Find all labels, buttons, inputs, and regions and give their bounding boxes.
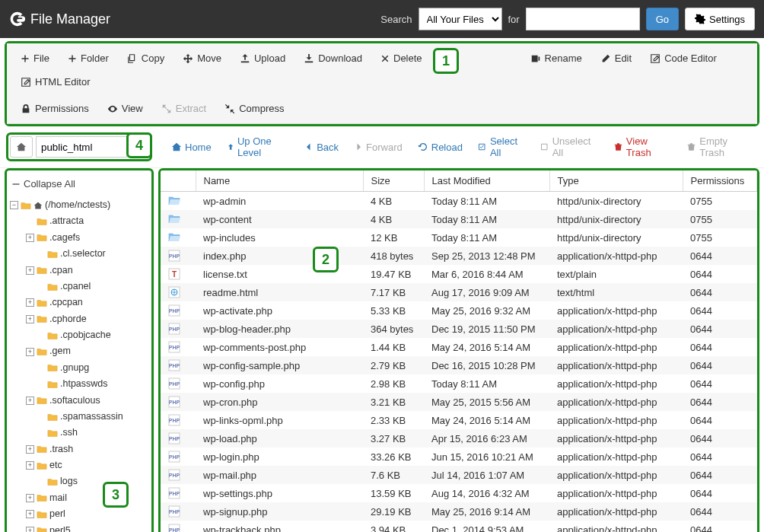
html-editor-button[interactable]: HTML Editor xyxy=(13,72,97,92)
tree-expand-icon[interactable]: + xyxy=(26,445,34,454)
table-row[interactable]: wp-comments-post.php1.44 KBMay 24, 2016 … xyxy=(161,338,757,356)
col-type[interactable]: Type xyxy=(549,170,683,192)
tree-item[interactable]: +.softaculous xyxy=(10,393,148,409)
collapse-all-button[interactable]: Collapse All xyxy=(10,174,148,197)
tree-root[interactable]: − (/home/nctests) xyxy=(10,197,148,213)
table-row[interactable]: wp-signup.php29.19 KBMay 25, 2016 9:14 A… xyxy=(161,502,757,521)
tree-item[interactable]: .attracta xyxy=(10,213,148,229)
tree-item[interactable]: +.cpcpan xyxy=(10,295,148,311)
go-button[interactable]: Go xyxy=(646,8,679,30)
tree-item[interactable]: .cpobjcache xyxy=(10,327,148,343)
tree-item-label: .cpobjcache xyxy=(60,328,111,342)
tree-item[interactable]: .cl.selector xyxy=(10,246,148,262)
dir-icon xyxy=(168,195,180,207)
tree-item-label: .cphorde xyxy=(49,312,87,327)
copy-icon xyxy=(127,53,138,64)
col-perms[interactable]: Permissions xyxy=(683,170,757,192)
nav-unselect-all[interactable]: Unselect All xyxy=(533,131,603,163)
copy-button[interactable]: Copy xyxy=(119,48,172,68)
tree-expand-icon[interactable]: + xyxy=(26,266,34,275)
tree-item[interactable]: +.cagefs xyxy=(10,230,148,246)
nav-home[interactable]: Home xyxy=(164,131,218,163)
table-row[interactable]: index.php418 bytesSep 25, 2013 12:48 PMa… xyxy=(161,247,757,265)
table-row[interactable]: wp-trackback.php3.94 KBDec 1, 2014 9:53 … xyxy=(161,521,757,532)
delete-button[interactable]: Delete xyxy=(373,48,430,68)
tree-item[interactable]: .htpasswds xyxy=(10,376,148,392)
nav-reload[interactable]: Reload xyxy=(411,131,470,163)
tree-item[interactable]: +.cphorde xyxy=(10,311,148,327)
folder-button[interactable]: Folder xyxy=(60,48,116,68)
table-row[interactable]: license.txt19.47 KBMar 6, 2016 8:44 AMte… xyxy=(161,265,757,283)
table-row[interactable]: wp-blog-header.php364 bytesDec 19, 2015 … xyxy=(161,320,757,338)
arrow-up-icon xyxy=(227,142,234,151)
table-row[interactable]: wp-includes12 KBToday 8:11 AMhttpd/unix-… xyxy=(161,228,757,247)
table-row[interactable]: wp-mail.php7.6 KBJul 14, 2016 1:07 AMapp… xyxy=(161,466,757,484)
tree-expand-icon[interactable]: + xyxy=(26,315,34,323)
table-row[interactable]: readme.html7.17 KBAug 17, 2016 9:09 AMte… xyxy=(161,283,757,301)
tree-expand-icon[interactable]: + xyxy=(26,298,34,307)
permissions-button[interactable]: Permissions xyxy=(13,98,97,119)
table-row[interactable]: wp-load.php3.27 KBApr 15, 2016 6:23 AMap… xyxy=(161,429,757,448)
download-button[interactable]: Download xyxy=(296,48,370,68)
view-button[interactable]: View xyxy=(100,98,151,119)
table-row[interactable]: wp-admin4 KBToday 8:11 AMhttpd/unix-dire… xyxy=(161,192,757,211)
extract-button[interactable]: Extract xyxy=(154,98,214,119)
search-scope-select[interactable]: All Your Files xyxy=(419,8,502,30)
folder-icon xyxy=(37,298,47,308)
php-icon xyxy=(168,432,180,444)
col-icon[interactable] xyxy=(161,170,196,192)
tree-expand-icon[interactable]: + xyxy=(26,510,34,518)
edit-button[interactable]: Edit xyxy=(593,48,639,68)
col-size[interactable]: Size xyxy=(363,170,424,192)
col-modified[interactable]: Last Modified xyxy=(424,170,549,192)
compress-button[interactable]: Compress xyxy=(217,98,291,119)
tree-expand-icon[interactable]: + xyxy=(26,348,34,356)
empty-trash-button[interactable]: Empty Trash xyxy=(680,131,758,163)
rename-button[interactable]: Rename xyxy=(523,48,590,68)
trash-icon xyxy=(613,142,623,152)
tree-expand-icon[interactable]: + xyxy=(26,397,34,405)
path-input[interactable] xyxy=(36,136,127,158)
tree-expand-icon[interactable]: + xyxy=(26,461,34,470)
tree-expand-icon[interactable]: + xyxy=(26,527,34,532)
table-row[interactable]: wp-links-opml.php2.33 KBMay 24, 2016 5:1… xyxy=(161,411,757,429)
tree-item[interactable]: +.trash xyxy=(10,441,148,457)
code-editor-button[interactable]: Code Editor xyxy=(642,48,724,68)
tree-item[interactable]: +.cpan xyxy=(10,263,148,279)
tree-expand-icon[interactable]: + xyxy=(26,494,34,502)
nav-forward[interactable]: Forward xyxy=(347,131,409,163)
file-type: application/x-httpd-php xyxy=(549,247,683,265)
tree-item[interactable]: +.gem xyxy=(10,343,148,359)
col-name[interactable]: Name xyxy=(196,170,363,192)
file-perms: 0644 xyxy=(683,283,757,301)
tree-item[interactable]: .ssh xyxy=(10,425,148,441)
tree-item[interactable]: +perl5 xyxy=(10,523,148,533)
file-button[interactable]: File xyxy=(13,48,57,68)
table-row[interactable]: wp-activate.php5.33 KBMay 25, 2016 9:32 … xyxy=(161,301,757,320)
file-size: 364 bytes xyxy=(363,320,424,338)
view-trash-button[interactable]: View Trash xyxy=(606,131,678,163)
table-row[interactable]: wp-settings.php13.59 KBAug 14, 2016 4:32… xyxy=(161,484,757,502)
search-input[interactable] xyxy=(526,8,640,30)
tree-item[interactable]: .cpanel xyxy=(10,279,148,295)
table-row[interactable]: wp-config.php2.98 KBToday 8:11 AMapplica… xyxy=(161,374,757,393)
tree-item[interactable]: +etc xyxy=(10,457,148,473)
upload-button[interactable]: Upload xyxy=(232,48,293,68)
tree-item[interactable]: +perl xyxy=(10,506,148,522)
tree-item[interactable]: .spamassassin xyxy=(10,409,148,425)
nav-up[interactable]: Up One Level xyxy=(220,131,296,163)
table-row[interactable]: wp-config-sample.php2.79 KBDec 16, 2015 … xyxy=(161,356,757,374)
table-row[interactable]: wp-content4 KBToday 8:11 AMhttpd/unix-di… xyxy=(161,210,757,228)
home-icon-button[interactable] xyxy=(10,136,33,158)
move-button[interactable]: Move xyxy=(175,48,229,68)
nav-back[interactable]: Back xyxy=(298,131,345,163)
tree-collapse-icon[interactable]: − xyxy=(10,201,18,209)
table-row[interactable]: wp-login.php33.26 KBJun 15, 2016 10:21 A… xyxy=(161,448,757,466)
tree: − (/home/nctests) .attracta+.cagefs.cl.s… xyxy=(10,197,148,532)
folder-tree: 3 Collapse All − (/home/nctests) .attrac… xyxy=(5,168,154,532)
settings-button[interactable]: Settings xyxy=(685,8,755,30)
tree-item[interactable]: .gnupg xyxy=(10,360,148,376)
tree-expand-icon[interactable]: + xyxy=(26,234,34,242)
table-row[interactable]: wp-cron.php3.21 KBMay 25, 2015 5:56 AMap… xyxy=(161,393,757,411)
nav-select-all[interactable]: Select All xyxy=(471,131,532,163)
